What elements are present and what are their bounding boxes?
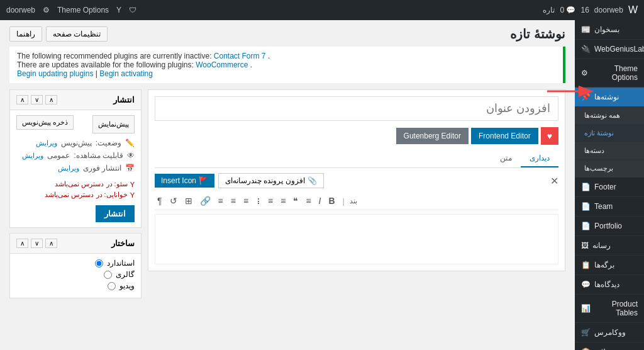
toolbar-list-ul[interactable]: ≡ [265, 195, 275, 207]
toolbar-align-right[interactable]: ≡ [216, 195, 226, 207]
sidebar-tags-label: برچسب‌ها [584, 164, 613, 172]
toolbar-align-center[interactable]: ≡ [228, 195, 238, 207]
status-value: پیش‌نویس [61, 138, 92, 147]
publish-arrow-up[interactable]: ∧ [16, 95, 28, 104]
sidebar-item-product-tables[interactable]: Product Tables 📊 [575, 295, 644, 323]
sidebar-item-tags[interactable]: برچسب‌ها [575, 160, 644, 178]
help-button[interactable]: راهنما [9, 26, 42, 42]
sidebar-item-webgeniuslab[interactable]: WebGeniusLab 🔌 [575, 40, 644, 59]
sidebar-comments-icon: 💬 [581, 280, 591, 289]
format-arrow-up2[interactable]: ∧ [45, 239, 57, 248]
adminbar-theme-options[interactable]: Theme Options [57, 6, 109, 14]
add-media-icon: 📎 [308, 176, 317, 185]
adminbar-doorweb[interactable]: doorweb [6, 6, 35, 14]
sidebar-footer-icon: 📄 [581, 183, 591, 191]
insert-icon-label: Insert Icon [161, 176, 196, 185]
sidebar-pages-label: برگه‌ها [594, 261, 614, 269]
toolbar-paragraph[interactable]: ¶ [155, 195, 165, 207]
format-panel-title: ساختار [111, 239, 135, 248]
visibility-label: قابلیت مشاهده: [74, 151, 123, 160]
toolbar-table[interactable]: ⊞ [182, 195, 195, 207]
notice-line1-post: . [268, 52, 270, 60]
adminbar-shield[interactable]: 🛡 [129, 6, 136, 14]
add-media-button[interactable]: 📎 افزون پرونده چندرسانه‌ای [218, 173, 324, 188]
gutenberg-editor-button[interactable]: Gutenberg Editor [396, 128, 469, 144]
save-draft-button[interactable]: ذخره پیش‌نویس [16, 115, 74, 130]
sidebar-item-footer[interactable]: Footer 📄 [575, 178, 644, 197]
format-standard-radio[interactable] [95, 259, 103, 268]
publish-button[interactable]: انتشار [96, 205, 135, 222]
preview-button[interactable]: پیش‌نمایش [92, 115, 135, 133]
notice-woocommerce-link[interactable]: WooCommerce [196, 60, 248, 69]
sidebar-item-media[interactable]: رسانه 🖼 [575, 236, 644, 256]
sidebar-all-posts-label: همه نوشته‌ها [584, 111, 620, 120]
adminbar-tare[interactable]: تاره [543, 6, 555, 14]
adminbar-yoast[interactable]: Y [116, 6, 121, 14]
sidebar-item-portfolio[interactable]: Portfolio 📄 [575, 217, 644, 236]
sidebar-item-pages[interactable]: برگه‌ها 📋 [575, 256, 644, 275]
toolbar-align-left[interactable]: ≡ [241, 195, 251, 207]
sidebar-item-bskhwan-label: بسخوان [594, 25, 619, 34]
sidebar-categories-label: دسته‌ها [584, 147, 604, 155]
sidebar-item-bskhwan[interactable]: بسخوان 📰 [575, 20, 644, 40]
sidebar: بسخوان 📰 WebGeniusLab 🔌 Theme Options ⚙ … [575, 20, 644, 350]
sidebar-item-webgeniuslab-label: WebGeniusLab [594, 45, 644, 54]
publish-arrow-down[interactable]: ∨ [31, 95, 43, 104]
sidebar-item-products[interactable]: محصولات 📦 [575, 342, 644, 350]
format-gallery-radio[interactable] [104, 271, 112, 279]
sidebar-item-posts[interactable]: نوشته‌ها 📌 [575, 88, 644, 107]
publish-panel: انتشار ∧ ∨ ∧ پیش‌نمایش ذخره پیش‌نویس [9, 89, 142, 228]
adminbar-wp-logo[interactable]: W [628, 4, 638, 16]
format-video-radio[interactable] [108, 282, 116, 290]
sidebar-portfolio-icon: 📄 [581, 222, 591, 230]
toolbar-hr[interactable]: ≡ [303, 195, 313, 207]
tab-text[interactable]: متن [491, 150, 521, 167]
visibility-edit-link[interactable]: ویرایش [22, 152, 43, 160]
sidebar-item-new-post[interactable]: نوشتهٔ تازه [575, 125, 644, 142]
toolbar-undo[interactable]: ↺ [167, 195, 180, 207]
sidebar-item-all-posts[interactable]: همه نوشته‌ها [575, 107, 644, 125]
sidebar-products-icon: 📦 [581, 347, 591, 350]
sidebar-woocommerce-icon: 🛒 [581, 328, 591, 337]
publish-time-edit-link[interactable]: ویرایش [58, 164, 79, 172]
tab-visual[interactable]: دیداری [521, 150, 558, 167]
editor-close-button[interactable]: ✕ [550, 175, 558, 187]
adminbar-updates[interactable]: 16 [581, 6, 589, 14]
sidebar-item-team[interactable]: Team 📄 [575, 197, 644, 217]
sidebar-item-woocommerce[interactable]: ووکامرس 🛒 [575, 323, 644, 342]
sidebar-item-theme-options[interactable]: Theme Options ⚙ [575, 59, 644, 88]
notice-contact-form-link[interactable]: Contact Form 7 [214, 52, 266, 60]
adminbar-site[interactable]: doorweb [594, 6, 623, 14]
toolbar-link[interactable]: 🔗 [197, 195, 213, 207]
sidebar-item-comments[interactable]: دیدگاه‌ها 💬 [575, 275, 644, 295]
post-title-input[interactable] [155, 96, 558, 121]
format-arrow-up[interactable]: ∧ [16, 239, 28, 248]
publish-time-row: 📅 انتشار فوری ویرایش [16, 164, 135, 172]
sidebar-pages-icon: 📋 [581, 261, 591, 269]
publish-panel-body: پیش‌نمایش ذخره پیش‌نویس ✏️ وضعیت: پیش‌نو… [10, 110, 141, 227]
notice-begin-updating-link[interactable]: Begin updating plugins [17, 69, 93, 78]
adminbar-comments[interactable]: 💬 0 [560, 6, 575, 14]
publish-arrow-up2[interactable]: ∧ [45, 95, 57, 104]
insert-icon-button[interactable]: 🚩 Insert Icon [155, 174, 214, 188]
notice-begin-activating-link[interactable]: Begin activating [99, 69, 153, 78]
toolbar-quote[interactable]: ❝ [291, 195, 301, 207]
notice-line2: There are updates available for the foll… [17, 60, 555, 69]
format-arrow-down[interactable]: ∨ [31, 239, 43, 248]
toolbar-separator: | [343, 196, 345, 206]
screen-options-button[interactable]: تنظیمات صفحه [46, 26, 108, 42]
sidebar-bskhwan-icon: 📰 [581, 25, 591, 34]
sidebar-item-categories[interactable]: دسته‌ها [575, 142, 644, 160]
frontend-editor-button[interactable]: Frontend Editor [471, 128, 538, 144]
status-edit-link[interactable]: ویرایش [36, 139, 57, 147]
adminbar-settings-icon[interactable]: ⚙ [43, 6, 50, 14]
status-label: وضعیت: [96, 138, 121, 147]
toolbar-bold[interactable]: B [326, 195, 337, 207]
editor-content-area[interactable] [155, 214, 558, 264]
toolbar-columns[interactable]: ⫶ [253, 195, 263, 207]
toolbar-list-ol[interactable]: ≡ [278, 195, 288, 207]
toolbar-italic[interactable]: I [316, 195, 324, 207]
format-panel-body: استاندارد گالری ویدیو [10, 254, 141, 298]
page-title: نوشتهٔ تازه [510, 26, 565, 42]
love-button[interactable]: ♥ [541, 127, 558, 145]
